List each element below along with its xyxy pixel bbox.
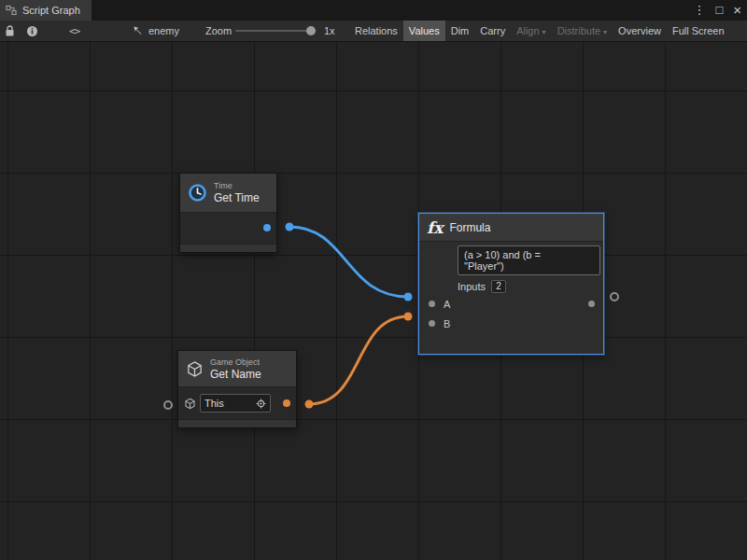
get-time-body xyxy=(180,213,276,244)
get-name-header[interactable]: Game Object Get Name xyxy=(178,351,296,387)
overview-button[interactable]: Overview xyxy=(613,21,667,41)
node-category: Time xyxy=(214,181,260,191)
full-screen-button[interactable]: Full Screen xyxy=(667,21,730,41)
window-menu-icon[interactable]: ⋮ xyxy=(693,0,705,21)
input-port-a[interactable] xyxy=(429,301,435,307)
zoom-label: Zoom xyxy=(205,21,232,41)
close-icon[interactable]: × xyxy=(733,0,741,21)
graph-name-label: enemy xyxy=(148,25,179,36)
zoom-slider[interactable] xyxy=(235,21,316,41)
title-bar: Script Graph ⋮ □ × xyxy=(0,0,747,21)
graph-canvas[interactable] xyxy=(0,42,747,560)
target-value: This xyxy=(204,398,224,409)
game-object-cube-icon xyxy=(186,360,204,378)
distribute-dropdown[interactable]: Distribute▾ xyxy=(552,21,613,41)
output-port-name[interactable] xyxy=(283,399,290,407)
node-category: Game Object xyxy=(210,357,261,368)
port-row-b: B xyxy=(419,314,603,333)
port-row-a: A xyxy=(419,294,603,314)
node-footer xyxy=(178,419,296,427)
input-port-b[interactable] xyxy=(429,320,435,327)
port-b-label: B xyxy=(444,318,450,329)
carry-button[interactable]: Carry xyxy=(474,21,511,41)
cube-port-icon xyxy=(184,398,196,410)
align-dropdown[interactable]: Align▾ xyxy=(511,21,551,41)
zoom-slider-handle[interactable] xyxy=(306,26,316,35)
get-name-body: This xyxy=(178,387,296,419)
inputs-count-field[interactable]: 2 xyxy=(491,280,506,293)
graph-pointer[interactable]: enemy xyxy=(133,21,179,41)
code-icon[interactable]: <> xyxy=(69,21,79,41)
node-title: Get Time xyxy=(214,191,260,204)
chevron-down-icon: ▾ xyxy=(603,28,607,36)
node-title: Formula xyxy=(449,221,490,234)
unconnected-input-port[interactable] xyxy=(163,400,173,410)
port-a-label: A xyxy=(444,299,450,310)
get-time-header[interactable]: Time Get Time xyxy=(180,174,276,213)
zoom-value: 1x xyxy=(324,21,335,41)
clock-icon xyxy=(188,183,207,203)
output-port-result[interactable] xyxy=(588,301,595,307)
maximize-icon[interactable]: □ xyxy=(715,0,723,21)
lock-icon[interactable] xyxy=(5,21,15,41)
tab-title: Script Graph xyxy=(22,5,80,16)
dim-button[interactable]: Dim xyxy=(445,21,475,41)
script-graph-icon xyxy=(6,5,17,16)
graph-toolbar: <> enemy Zoom 1x Relations Values Dim Ca… xyxy=(0,21,747,42)
node-get-name[interactable]: Game Object Get Name This xyxy=(177,350,297,428)
relations-button[interactable]: Relations xyxy=(349,21,403,41)
values-button[interactable]: Values xyxy=(403,21,445,41)
window-controls: ⋮ □ × xyxy=(693,0,741,21)
unconnected-output-port[interactable] xyxy=(610,292,619,301)
zoom-slider-track[interactable] xyxy=(235,30,316,32)
target-object-field[interactable]: This xyxy=(200,394,271,413)
inputs-label: Inputs xyxy=(458,281,486,292)
info-icon[interactable] xyxy=(26,21,38,41)
node-get-time[interactable]: Time Get Time xyxy=(179,173,277,253)
tab-script-graph[interactable]: Script Graph xyxy=(0,0,92,21)
port-rows: A B xyxy=(419,294,603,333)
fx-icon: fx xyxy=(427,218,443,237)
formula-header[interactable]: fx Formula xyxy=(419,214,603,242)
script-graph-window: { "window": { "tab_title": "Script Graph… xyxy=(0,0,747,560)
chevron-down-icon: ▾ xyxy=(543,28,546,36)
output-port-value[interactable] xyxy=(263,224,271,231)
pointer-arrow-icon xyxy=(133,25,144,36)
node-formula[interactable]: fx Formula (a > 10) and (b = "Player") I… xyxy=(418,213,604,355)
node-footer xyxy=(180,244,276,252)
object-picker-icon[interactable] xyxy=(256,399,266,409)
toolbar-buttons: Relations Values Dim Carry Align▾ Distri… xyxy=(349,21,730,41)
formula-expression-field[interactable]: (a > 10) and (b = "Player") xyxy=(458,245,600,275)
inputs-row: Inputs 2 xyxy=(458,279,599,294)
node-title: Get Name xyxy=(210,368,261,381)
